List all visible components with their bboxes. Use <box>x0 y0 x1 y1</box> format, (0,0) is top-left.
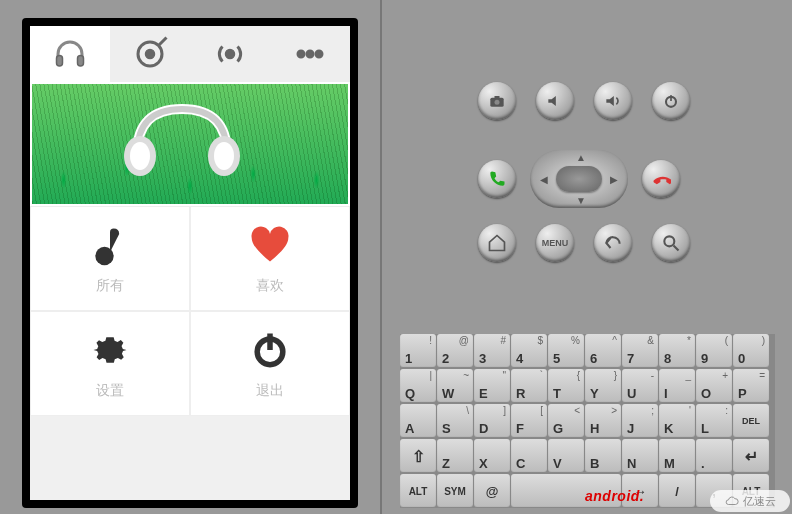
grid-favorite-label: 喜欢 <box>256 277 284 295</box>
key-t[interactable]: T{ <box>548 369 584 403</box>
key-v[interactable]: V <box>548 439 584 473</box>
key-5[interactable]: 5% <box>548 334 584 368</box>
key-m[interactable]: M <box>659 439 695 473</box>
menu-button[interactable]: MENU <box>536 224 574 262</box>
key-sym[interactable]: SYM <box>437 474 473 508</box>
svg-rect-0 <box>57 56 63 67</box>
tab-more[interactable] <box>270 26 350 82</box>
svg-line-22 <box>674 246 679 251</box>
key-f[interactable]: F[ <box>511 404 547 438</box>
hero-image <box>30 82 350 206</box>
key-⇧[interactable]: ⇧ <box>400 439 436 473</box>
gear-icon <box>88 328 132 372</box>
search-button[interactable] <box>652 224 690 262</box>
call-icon <box>487 169 507 189</box>
dpad-up[interactable]: ▲ <box>576 152 586 163</box>
key-c[interactable]: C <box>511 439 547 473</box>
dpad-right[interactable]: ▶ <box>610 174 618 185</box>
heart-icon <box>248 223 292 267</box>
menu-label: MENU <box>542 238 569 248</box>
key-i[interactable]: I_ <box>659 369 695 403</box>
svg-point-5 <box>226 50 235 59</box>
key-2[interactable]: 2@ <box>437 334 473 368</box>
key-slash[interactable]: / <box>659 474 695 508</box>
key-1[interactable]: 1! <box>400 334 436 368</box>
svg-point-3 <box>146 50 155 59</box>
key-e[interactable]: E" <box>474 369 510 403</box>
key-7[interactable]: 7& <box>622 334 658 368</box>
home-icon <box>487 233 507 253</box>
svg-point-8 <box>315 50 323 58</box>
grid-settings-label: 设置 <box>96 382 124 400</box>
key-k[interactable]: K' <box>659 404 695 438</box>
key-g[interactable]: G< <box>548 404 584 438</box>
key-del[interactable]: DEL <box>733 404 769 438</box>
key-b[interactable]: B <box>585 439 621 473</box>
dpad-down[interactable]: ▼ <box>576 195 586 206</box>
key-6[interactable]: 6^ <box>585 334 621 368</box>
power-icon <box>248 328 292 372</box>
volume-down-button[interactable] <box>536 82 574 120</box>
key-alt-l[interactable]: ALT <box>400 474 436 508</box>
hw-row-bot: MENU <box>478 224 690 262</box>
tab-target[interactable] <box>110 26 190 82</box>
key-4[interactable]: 4$ <box>511 334 547 368</box>
dpad-left[interactable]: ◀ <box>540 174 548 185</box>
svg-rect-18 <box>495 96 500 99</box>
svg-point-7 <box>306 50 314 58</box>
call-button[interactable] <box>478 160 516 198</box>
home-button[interactable] <box>478 224 516 262</box>
grid-exit-label: 退出 <box>256 382 284 400</box>
key-at[interactable]: @ <box>474 474 510 508</box>
radio-icon <box>212 36 248 72</box>
keyboard-row-4: ⇧ZXCVBNM.↵ <box>400 439 775 473</box>
key-s[interactable]: S\ <box>437 404 473 438</box>
more-icon <box>292 36 328 72</box>
phone-screen: 所有 喜欢 设置 退出 <box>30 26 350 500</box>
dpad-center[interactable] <box>556 166 602 192</box>
svg-point-12 <box>214 142 234 170</box>
volume-up-button[interactable] <box>594 82 632 120</box>
tab-radio[interactable] <box>190 26 270 82</box>
key-a[interactable]: A <box>400 404 436 438</box>
tab-bar <box>30 26 350 82</box>
key-n[interactable]: N <box>622 439 658 473</box>
key-8[interactable]: 8* <box>659 334 695 368</box>
key-d[interactable]: D] <box>474 404 510 438</box>
grid-settings[interactable]: 设置 <box>30 311 190 416</box>
key-.[interactable]: . <box>696 439 732 473</box>
key-j[interactable]: J; <box>622 404 658 438</box>
key-x[interactable]: X <box>474 439 510 473</box>
key-o[interactable]: O+ <box>696 369 732 403</box>
grid-favorite[interactable]: 喜欢 <box>190 206 350 311</box>
hangup-button[interactable] <box>642 160 680 198</box>
key-9[interactable]: 9( <box>696 334 732 368</box>
key-↵[interactable]: ↵ <box>733 439 769 473</box>
key-q[interactable]: Q| <box>400 369 436 403</box>
target-icon <box>132 36 168 72</box>
tab-headphones[interactable] <box>30 26 110 82</box>
keyboard: 1!2@3#4$5%6^7&8*9(0) Q|W~E"R`T{Y}U-I_O+P… <box>400 334 775 508</box>
grid-all[interactable]: 所有 <box>30 206 190 311</box>
key-z[interactable]: Z <box>437 439 473 473</box>
key-w[interactable]: W~ <box>437 369 473 403</box>
power-button[interactable] <box>652 82 690 120</box>
key-r[interactable]: R` <box>511 369 547 403</box>
back-icon <box>603 233 623 253</box>
watermark-label: 亿速云 <box>743 494 776 509</box>
hw-row-mid: ▲ ▼ ◀ ▶ <box>478 150 680 208</box>
key-l[interactable]: L: <box>696 404 732 438</box>
music-note-icon <box>88 223 132 267</box>
power-hw-icon <box>661 91 681 111</box>
key-y[interactable]: Y} <box>585 369 621 403</box>
key-0[interactable]: 0) <box>733 334 769 368</box>
grid-all-label: 所有 <box>96 277 124 295</box>
key-h[interactable]: H> <box>585 404 621 438</box>
key-p[interactable]: P= <box>733 369 769 403</box>
key-3[interactable]: 3# <box>474 334 510 368</box>
grid-exit[interactable]: 退出 <box>190 311 350 416</box>
search-icon <box>661 233 681 253</box>
key-u[interactable]: U- <box>622 369 658 403</box>
back-button[interactable] <box>594 224 632 262</box>
camera-button[interactable] <box>478 82 516 120</box>
